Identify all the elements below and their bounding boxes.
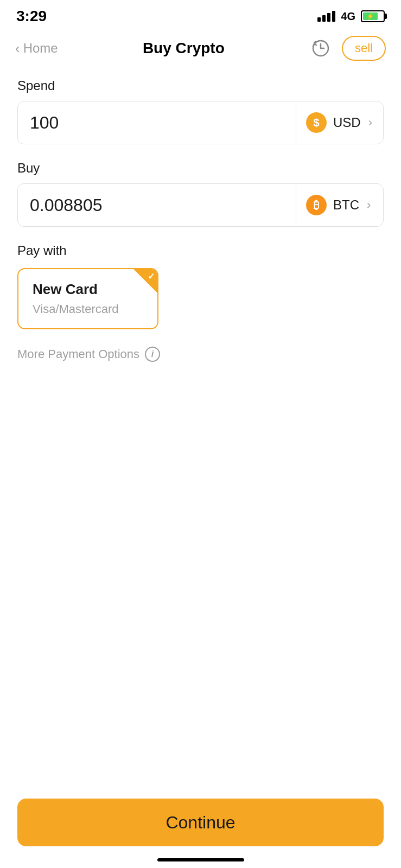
- signal-bar-1: [317, 17, 321, 22]
- more-options-text: More Payment Options: [17, 347, 139, 361]
- signal-bars-icon: [317, 11, 335, 22]
- battery-icon: ⚡: [361, 10, 385, 22]
- checkmark-icon: ✓: [148, 271, 155, 282]
- spend-currency-code: USD: [333, 115, 361, 130]
- signal-bar-4: [332, 11, 335, 22]
- status-bar: 3:29 4G ⚡: [0, 0, 401, 29]
- pay-with-label: Pay with: [17, 243, 384, 258]
- continue-button[interactable]: Continue: [17, 799, 384, 846]
- home-indicator: [157, 858, 244, 861]
- status-right: 4G ⚡: [317, 10, 385, 23]
- network-type: 4G: [341, 10, 355, 23]
- nav-actions: sell: [309, 36, 386, 61]
- buy-currency-chevron-icon: ›: [367, 198, 371, 212]
- spend-currency-chevron-icon: ›: [368, 116, 372, 130]
- main-content: Spend $ USD › Buy ₿ BTC › Pay with ✓ New…: [0, 67, 401, 373]
- back-button[interactable]: ‹ Home: [15, 41, 58, 56]
- buy-label: Buy: [17, 161, 384, 176]
- more-payment-options[interactable]: More Payment Options i: [17, 347, 384, 362]
- back-chevron-icon: ‹: [15, 41, 20, 55]
- history-button[interactable]: [309, 37, 332, 60]
- continue-button-wrapper: Continue: [17, 799, 384, 846]
- card-option[interactable]: ✓ New Card Visa/Mastercard: [17, 268, 158, 329]
- signal-bar-2: [322, 15, 326, 22]
- usd-symbol: $: [313, 117, 319, 129]
- signal-bar-3: [327, 13, 330, 22]
- info-icon: i: [145, 347, 160, 362]
- back-label: Home: [23, 41, 58, 56]
- spend-input-row: $ USD ›: [17, 101, 384, 144]
- spend-amount-input[interactable]: [18, 101, 296, 144]
- btc-symbol: ₿: [314, 199, 319, 212]
- spend-currency-selector[interactable]: $ USD ›: [296, 101, 383, 144]
- buy-input-row: ₿ BTC ›: [17, 183, 384, 227]
- card-type: Visa/Mastercard: [33, 302, 143, 316]
- usd-currency-icon: $: [306, 112, 327, 133]
- spend-label: Spend: [17, 78, 384, 93]
- page-title: Buy Crypto: [143, 40, 225, 57]
- status-time: 3:29: [16, 8, 47, 25]
- buy-amount-input[interactable]: [18, 184, 296, 226]
- buy-currency-code: BTC: [333, 197, 359, 213]
- sell-button[interactable]: sell: [342, 36, 386, 61]
- buy-currency-selector[interactable]: ₿ BTC ›: [296, 184, 383, 226]
- battery-bolt-icon: ⚡: [366, 12, 374, 20]
- btc-currency-icon: ₿: [306, 195, 327, 215]
- card-name: New Card: [33, 281, 143, 298]
- nav-bar: ‹ Home Buy Crypto sell: [0, 29, 401, 67]
